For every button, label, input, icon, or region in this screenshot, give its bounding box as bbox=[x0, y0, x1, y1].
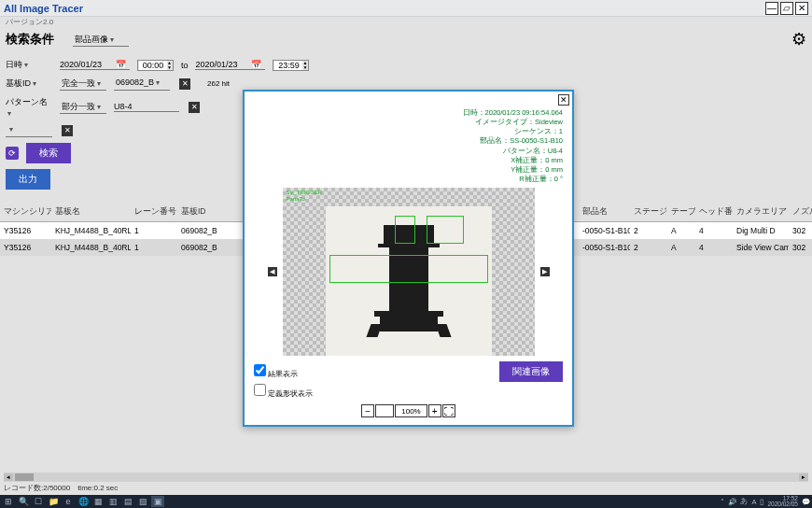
maximize-button[interactable]: ▱ bbox=[780, 2, 793, 15]
reload-icon[interactable]: ⟳ bbox=[6, 147, 19, 160]
to-label: to bbox=[181, 61, 189, 70]
zoom-in-icon[interactable]: + bbox=[428, 404, 441, 417]
lang-status[interactable]: A bbox=[751, 498, 756, 506]
close-button[interactable]: ✕ bbox=[795, 2, 808, 15]
table-cell: 4 bbox=[695, 222, 733, 240]
fullscreen-icon[interactable]: ⛶ bbox=[442, 404, 455, 417]
app-icon[interactable]: ▤ bbox=[121, 496, 134, 507]
table-cell: Y35126 bbox=[0, 222, 51, 240]
toolbar: 検索条件 部品画像 ⚙ bbox=[0, 27, 812, 51]
app-icon[interactable]: ▧ bbox=[136, 496, 149, 507]
app-title: All Image Tracer bbox=[4, 3, 763, 14]
info-datetime: 日時：2020/01/23 09:16:54.064 bbox=[254, 108, 563, 118]
info-sequence: シーケンス：1 bbox=[254, 127, 563, 136]
time-from[interactable]: ▲▼ bbox=[137, 60, 174, 71]
board-value-dropdown[interactable]: 069082_B bbox=[114, 77, 170, 91]
horizontal-scrollbar[interactable]: ◂ ▸ bbox=[4, 473, 808, 482]
current-app-icon[interactable]: ▣ bbox=[151, 496, 164, 507]
zoom-slider[interactable] bbox=[375, 404, 394, 417]
gear-icon[interactable]: ⚙ bbox=[791, 29, 806, 49]
ime-status[interactable]: あ bbox=[740, 497, 748, 506]
scroll-thumb[interactable] bbox=[15, 473, 34, 481]
export-button[interactable]: 出力 bbox=[6, 169, 50, 190]
board-label[interactable]: 基板ID bbox=[6, 78, 52, 90]
date-from-input[interactable] bbox=[60, 60, 116, 69]
zoom-controls: − 100% + ⛶ bbox=[245, 401, 572, 425]
scroll-left-icon[interactable]: ◂ bbox=[4, 473, 13, 481]
info-x: X補正量：0 mm bbox=[254, 156, 563, 165]
system-tray: ˄ 🔊 あ A ▯ 17:522020/02/05 💬 bbox=[721, 496, 810, 508]
tray-icon[interactable]: ▯ bbox=[760, 498, 763, 506]
table-cell: 302 bbox=[789, 222, 812, 240]
time-spinner[interactable]: ▲▼ bbox=[167, 61, 172, 70]
shape-checkbox[interactable]: 定義形状表示 bbox=[254, 384, 313, 399]
extra-dropdown[interactable] bbox=[6, 123, 52, 137]
search-button[interactable]: 検索 bbox=[26, 143, 71, 163]
image-info: 日時：2020/01/23 09:16:54.064 イメージタイプ：Sidev… bbox=[245, 108, 572, 188]
notification-icon[interactable]: 💬 bbox=[802, 498, 810, 506]
calendar-icon[interactable]: 📅 bbox=[251, 60, 261, 69]
minimize-button[interactable]: — bbox=[765, 2, 778, 15]
start-icon[interactable]: ⊞ bbox=[2, 496, 15, 507]
info-pattern: パターン名：U8-4 bbox=[254, 147, 563, 156]
prev-image-icon[interactable]: ◀ bbox=[268, 267, 277, 276]
table-cell: Side View Camera D bbox=[733, 239, 789, 256]
col-stage[interactable]: ステージ番号 bbox=[630, 203, 667, 222]
search-icon[interactable]: 🔍 bbox=[17, 496, 30, 507]
col-part[interactable]: 部品名 bbox=[579, 203, 630, 222]
col-head[interactable]: ヘッド番号 bbox=[695, 203, 733, 222]
table-cell: 4 bbox=[695, 239, 733, 256]
result-checkbox[interactable]: 結果表示 bbox=[254, 364, 298, 379]
pattern-match-dropdown[interactable]: 部分一致 bbox=[60, 100, 106, 114]
table-cell: A bbox=[667, 239, 695, 256]
col-machine[interactable]: マシンシリアル bbox=[0, 203, 51, 222]
overlay-text: SV_TRIGGERPartsTo bbox=[287, 190, 323, 202]
pattern-label[interactable]: パターン名 bbox=[6, 96, 52, 118]
tray-up-icon[interactable]: ˄ bbox=[721, 498, 724, 506]
table-cell: 2 bbox=[630, 239, 667, 256]
app-icon[interactable]: ▦ bbox=[91, 496, 105, 507]
time-to[interactable]: ▲▼ bbox=[273, 60, 309, 71]
col-table[interactable]: テーブル bbox=[667, 203, 695, 222]
status-bar: レコード数:2/50000 time:0.2 sec bbox=[4, 483, 118, 493]
clock[interactable]: 17:522020/02/05 bbox=[767, 496, 798, 508]
info-y: Y補正量：0 mm bbox=[254, 165, 563, 175]
explorer-icon[interactable]: 📁 bbox=[47, 496, 60, 507]
col-camera[interactable]: カメラエリア bbox=[733, 203, 789, 222]
time-from-input[interactable] bbox=[139, 61, 167, 70]
clear-icon[interactable]: ✕ bbox=[189, 102, 200, 113]
related-images-button[interactable]: 関連画像 bbox=[499, 361, 563, 382]
dialog-close-icon[interactable]: ✕ bbox=[558, 94, 569, 106]
table-cell: -0050-S1-B10 bbox=[579, 222, 630, 240]
time-spinner[interactable]: ▲▼ bbox=[302, 61, 307, 70]
clear-icon[interactable]: ✕ bbox=[179, 78, 190, 90]
next-image-icon[interactable]: ▶ bbox=[540, 267, 550, 276]
roi-box bbox=[427, 216, 464, 244]
scroll-right-icon[interactable]: ▸ bbox=[799, 473, 808, 481]
col-lane[interactable]: レーン番号 bbox=[131, 203, 177, 222]
date-from[interactable]: 📅 bbox=[60, 60, 130, 70]
clear-icon[interactable]: ✕ bbox=[62, 125, 73, 136]
tray-icon[interactable]: 🔊 bbox=[728, 498, 736, 506]
image-preview-dialog: ✕ 日時：2020/01/23 09:16:54.064 イメージタイプ：Sid… bbox=[243, 90, 574, 427]
ie-icon[interactable]: 🌐 bbox=[77, 496, 90, 507]
col-board-name[interactable]: 基板名 bbox=[51, 203, 131, 222]
time-to-input[interactable] bbox=[274, 61, 302, 70]
col-nozzle[interactable]: ノズルタ bbox=[789, 203, 812, 222]
edge-icon[interactable]: e bbox=[62, 496, 75, 507]
datetime-label[interactable]: 日時 bbox=[6, 59, 52, 71]
image-type-dropdown[interactable]: 部品画像 bbox=[73, 33, 129, 47]
table-cell: A bbox=[667, 222, 695, 240]
zoom-out-icon[interactable]: − bbox=[361, 404, 374, 417]
image-canvas: SV_TRIGGERPartsTo bbox=[283, 188, 535, 356]
table-cell: KHJ_M4488_B_40RL1 bbox=[51, 222, 131, 240]
date-to-input[interactable] bbox=[195, 60, 251, 69]
board-match-dropdown[interactable]: 完全一致 bbox=[60, 77, 106, 91]
calendar-icon[interactable]: 📅 bbox=[116, 60, 126, 69]
table-cell: 1 bbox=[131, 222, 177, 240]
date-to[interactable]: 📅 bbox=[195, 60, 265, 70]
table-cell: 2 bbox=[630, 222, 667, 240]
task-view-icon[interactable]: ☐ bbox=[32, 496, 45, 507]
app-icon[interactable]: ▥ bbox=[106, 496, 119, 507]
pattern-value-input[interactable] bbox=[114, 102, 179, 112]
